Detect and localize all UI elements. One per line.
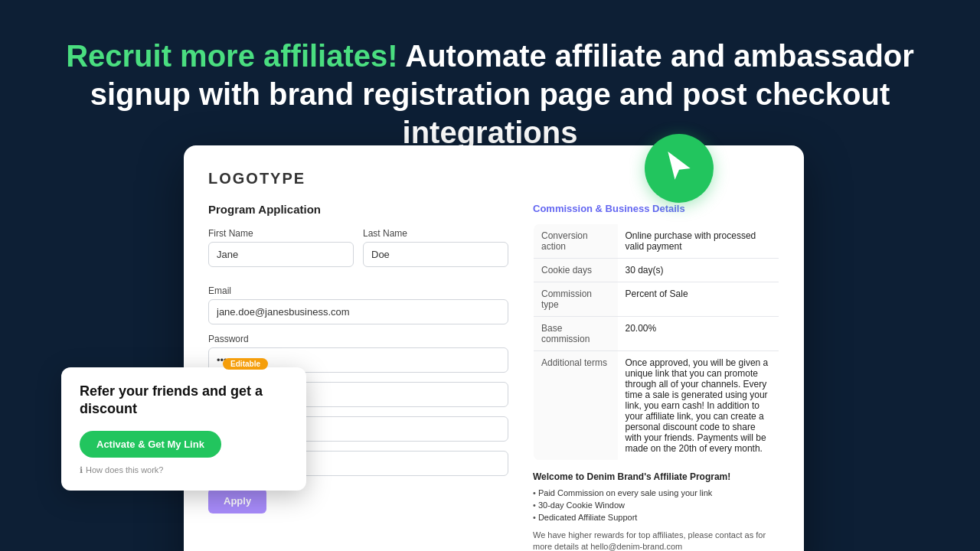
list-item: Paid Commission on every sale using your… [533,488,779,497]
table-row: Conversion actionOnline purchase with pr… [534,224,779,259]
commission-panel: Commission & Business Details Conversion… [533,203,779,551]
last-name-label: Last Name [363,228,508,239]
table-row: Commission typePercent of Sale [534,282,779,317]
password-label: Password [208,334,508,344]
form-section-title: Program Application [208,203,508,216]
row-value: Percent of Sale [618,282,779,317]
row-value: Once approved, you will be given a uniqu… [618,351,779,461]
first-name-group: First Name [208,228,354,267]
row-value: 20.00% [618,317,779,351]
info-icon: ℹ [80,465,83,475]
row-value: 30 day(s) [618,259,779,282]
how-label: How does this work? [86,465,164,474]
referral-popup: Editable Refer your friends and get a di… [61,367,306,491]
first-name-label: First Name [208,228,354,239]
email-label: Email [208,285,508,296]
welcome-title: Welcome to Denim Brand's Affiliate Progr… [533,471,779,482]
row-label: Conversion action [534,224,618,259]
table-row: Additional termsOnce approved, you will … [534,351,779,461]
how-link[interactable]: ℹ How does this work? [80,465,288,475]
hero-green-text: Recruit more affiliates! [66,39,397,73]
referral-headline: Refer your friends and get a discount [80,383,288,419]
row-label: Cookie days [534,259,618,282]
activate-button[interactable]: Activate & Get My Link [80,431,221,458]
editable-badge: Editable [223,358,268,370]
commission-title: Commission & Business Details [533,203,779,214]
cursor-icon [662,152,696,185]
commission-table: Conversion actionOnline purchase with pr… [533,223,779,461]
hero-section: Recruit more affiliates! Automate affili… [0,0,980,167]
email-group: Email [208,285,508,324]
list-item: Dedicated Affiliate Support [533,513,779,522]
last-name-group: Last Name [363,228,508,267]
last-name-input[interactable] [363,242,508,267]
table-row: Base commission20.00% [534,317,779,351]
list-item: 30-day Cookie Window [533,500,779,510]
email-input[interactable] [208,299,508,324]
row-label: Commission type [534,282,618,317]
name-row: First Name Last Name [208,228,508,276]
hero-title: Recruit more affiliates! Automate affili… [61,37,919,152]
table-row: Cookie days30 day(s) [534,259,779,282]
row-label: Base commission [534,317,618,351]
bullet-list: Paid Commission on every sale using your… [533,488,779,522]
apply-button[interactable]: Apply [208,488,266,514]
footer-note: We have higher rewards for top affiliate… [533,530,779,551]
brand-icon [645,134,714,203]
first-name-input[interactable] [208,242,354,267]
row-value: Online purchase with processed valid pay… [618,224,779,259]
row-label: Additional terms [534,351,618,461]
